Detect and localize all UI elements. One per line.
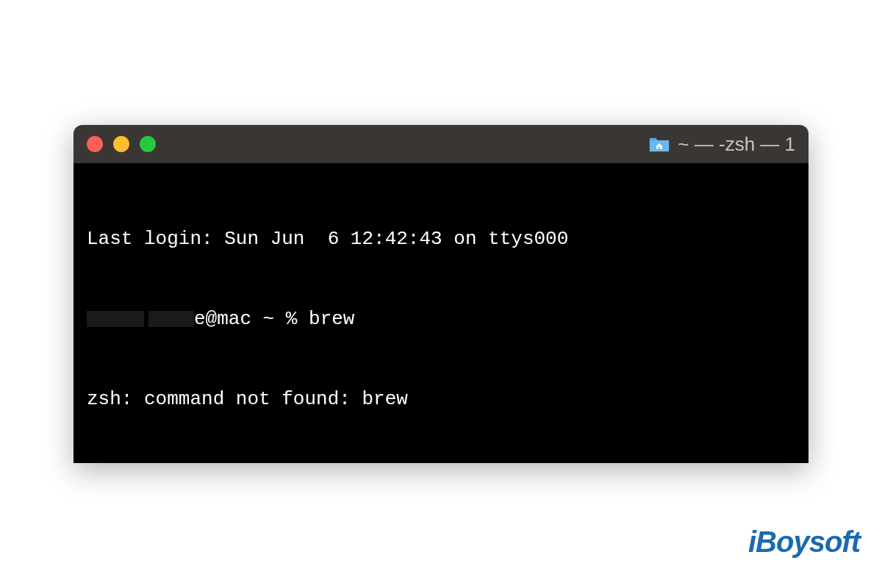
watermark-logo: iBoysoft (748, 526, 860, 559)
command-text: brew (309, 306, 354, 332)
terminal-line-command: e@mac ~ % brew (87, 306, 795, 332)
home-folder-icon (648, 135, 670, 153)
redacted-username (87, 311, 144, 327)
error-text: zsh: command not found: brew (87, 386, 408, 412)
traffic-lights (87, 136, 156, 152)
terminal-window: ~ — -zsh — 1 Last login: Sun Jun 6 12:42… (74, 125, 808, 463)
maximize-button[interactable] (140, 136, 156, 152)
last-login-text: Last login: Sun Jun 6 12:42:43 on ttys00… (87, 226, 568, 252)
redacted-username (148, 311, 194, 327)
watermark-text: iBoysoft (748, 526, 860, 558)
minimize-button[interactable] (113, 136, 129, 152)
window-title-text: ~ — -zsh — 1 (678, 133, 795, 156)
window-titlebar: ~ — -zsh — 1 (74, 125, 808, 163)
terminal-line-error: zsh: command not found: brew (87, 386, 795, 412)
window-title: ~ — -zsh — 1 (648, 133, 795, 156)
prompt-text: e@mac ~ % (194, 306, 309, 332)
terminal-body[interactable]: Last login: Sun Jun 6 12:42:43 on ttys00… (74, 163, 808, 463)
terminal-line-login: Last login: Sun Jun 6 12:42:43 on ttys00… (87, 226, 795, 252)
close-button[interactable] (87, 136, 103, 152)
